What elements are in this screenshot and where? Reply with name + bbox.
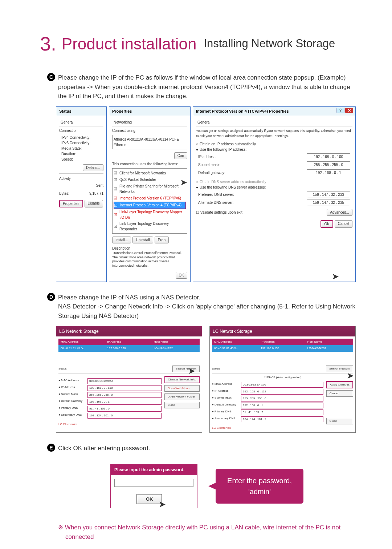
nas2-row[interactable]: 00:e0:91:81:45:5c192.168.0.138LG-NAS-N2S… xyxy=(212,345,353,352)
cursor-icon: ➤ xyxy=(180,176,187,189)
nas2-close-button[interactable]: Close xyxy=(326,418,353,424)
speed-label: Speed: xyxy=(61,157,103,162)
close-icon[interactable]: ✕ xyxy=(345,108,353,113)
ipv4-title: Internet Protocol Version 4 (TCP/IPv4) P… xyxy=(193,107,355,116)
item-qos[interactable]: QoS Packet Scheduler xyxy=(114,177,186,183)
properties-button[interactable]: Properties xyxy=(59,200,83,207)
ipv4-cancel-button[interactable]: Cancel xyxy=(335,220,352,228)
bytes-label: Bytes: xyxy=(59,191,69,196)
nas-windows-row: LG Network Storage MAC AddressIP Address… xyxy=(56,326,356,433)
nas2-title: LG Network Storage xyxy=(210,326,355,336)
nas1-footer: LG Electronics xyxy=(58,422,200,427)
item-client[interactable]: Client for Microsoft Networks xyxy=(114,170,186,177)
windows-row: Status General Connection IPv4 Connectiv… xyxy=(56,106,356,282)
password-dialog-row: Please input the admin password. OK ➤ En… xyxy=(58,464,356,509)
configure-button[interactable]: Con xyxy=(174,152,187,159)
ip-label: IP address: xyxy=(198,154,216,160)
nas2-apply-button[interactable]: Apply Changes xyxy=(326,381,353,388)
step-d-text-2: NAS Detector -> Change Network Info -> C… xyxy=(58,302,356,320)
advanced-button[interactable]: Advanced... xyxy=(327,209,352,216)
tab-general-ipv4[interactable]: General xyxy=(196,118,352,126)
step-marker: C xyxy=(47,73,55,81)
nas1-row[interactable]: 00:e0:91:81:45:5c192.168.0.138LG-NAS-N2S… xyxy=(58,345,200,352)
description-label: Description xyxy=(112,246,187,251)
dns1-value[interactable]: 156 . 147 . 32 . 233 xyxy=(307,191,350,198)
ip-value[interactable]: 192 . 168 . 0 . 100 xyxy=(307,153,350,160)
item-properties-button[interactable]: Prop xyxy=(155,237,169,243)
media-label: Media State: xyxy=(61,146,103,151)
details-button[interactable]: Details... xyxy=(83,164,103,171)
network-items-listbox[interactable]: Client for Microsoft Networks QoS Packet… xyxy=(112,168,187,234)
gateway-label: Default gateway: xyxy=(198,170,225,175)
item-ipv4[interactable]: Internet Protocol Version 4 (TCP/IPv4) xyxy=(114,202,186,209)
nas1-openweb-button[interactable]: Open Web Menu xyxy=(164,385,200,392)
validate-checkbox[interactable]: ☐ Validate settings upon exit xyxy=(196,210,242,215)
chapter-header: 3. Product installation Installing Netwo… xyxy=(36,29,356,58)
nas1-openfolder-button[interactable]: Open Network Folder xyxy=(164,393,200,400)
subnet-value[interactable]: 255 . 255 . 255 . 0 xyxy=(307,161,350,168)
item-lltd1[interactable]: Link-Layer Topology Discovery Mapper I/O… xyxy=(114,209,186,221)
duration-label: Duration: xyxy=(61,151,103,157)
item-fileprint[interactable]: File and Printer Sharing for Microsoft N… xyxy=(114,183,186,195)
tab-general[interactable]: General xyxy=(59,118,103,126)
cursor-icon: ➤ xyxy=(332,270,339,283)
nas1-close-button[interactable]: Close xyxy=(164,402,200,408)
nas2-headers: MAC AddressIP AddressHost Name xyxy=(212,339,353,345)
sent-label: Sent xyxy=(59,181,103,190)
dns1-label: Preferred DNS server: xyxy=(198,192,234,197)
item-lltd2[interactable]: Link-Layer Topology Discovery Responder xyxy=(114,221,186,232)
ipv4-window: Internet Protocol Version 4 (TCP/IPv4) P… xyxy=(193,106,356,282)
install-button[interactable]: Install... xyxy=(112,237,131,243)
connect-using-label: Connect using: xyxy=(112,128,187,133)
tab-networking[interactable]: Networking xyxy=(112,118,187,126)
nas1-headers: MAC AddressIP AddressHost Name xyxy=(58,339,200,345)
password-input[interactable] xyxy=(114,479,193,487)
nas2-cancel-button[interactable]: Cancel xyxy=(326,390,353,397)
radio-manual-dns[interactable]: Use the following DNS server addresses: xyxy=(196,185,352,190)
status-window: Status General Connection IPv4 Connectiv… xyxy=(56,106,107,282)
dns2-value[interactable]: 156 . 147 . 32 . 235 xyxy=(307,199,350,206)
chapter-subtitle: Installing Network Storage xyxy=(204,37,335,50)
ipv4-label: IPv4 Connectivity: xyxy=(61,135,103,140)
cursor-icon: ➤ xyxy=(159,499,166,509)
items-label: This connection uses the following items… xyxy=(112,161,187,167)
password-callout: Enter the password, 'admin' xyxy=(216,469,303,504)
step-c-text-1: Please change the IP of the PC as follow… xyxy=(58,73,356,82)
chapter-number: 3. xyxy=(40,33,56,55)
ipv4-info: You can get IP settings assigned automat… xyxy=(196,129,352,138)
radio-auto-ip[interactable]: Obtain an IP address automatically xyxy=(196,141,352,147)
radio-auto-dns[interactable]: Obtain DNS server address automatically xyxy=(196,179,352,185)
ok-button[interactable]: OK xyxy=(176,272,187,279)
nas-window-2: LG Network Storage MAC AddressIP Address… xyxy=(209,326,356,433)
step-marker: D xyxy=(47,293,55,301)
adapter-name: Atheros AR8121/AR8113/AR8114 PCI-E Ether… xyxy=(114,136,186,148)
ipv4-ok-button[interactable]: OK xyxy=(320,220,333,228)
activity-label: Activity xyxy=(59,176,103,181)
connection-label: Connection xyxy=(59,128,103,133)
step-c: C Please change the IP of the PC as foll… xyxy=(58,73,356,101)
nas2-footer: LG Electronics xyxy=(212,426,353,430)
nas1-title: LG Network Storage xyxy=(56,326,202,336)
cursor-icon: ➤ xyxy=(188,364,195,378)
chapter-title: Product installation xyxy=(62,35,197,53)
password-header: Please input the admin password. xyxy=(111,464,197,475)
properties-title: Properties xyxy=(109,107,190,116)
nas-window-1: LG Network Storage MAC AddressIP Address… xyxy=(56,326,202,433)
radio-manual-ip[interactable]: Use the following IP address: xyxy=(196,147,352,152)
step-c-text-2: properties -> When you double-click inte… xyxy=(58,82,356,101)
status-title: Status xyxy=(56,107,106,116)
nas1-status-label: Status xyxy=(58,367,67,371)
subnet-label: Subnet mask: xyxy=(198,162,220,167)
gateway-value[interactable]: 192 . 168 . 0 . 1 xyxy=(307,169,350,176)
password-dialog: Please input the admin password. OK ➤ xyxy=(110,464,197,509)
nas1-search-button[interactable]: Search Network xyxy=(172,366,200,372)
uninstall-button[interactable]: Uninstall xyxy=(132,237,153,243)
item-ipv6[interactable]: Internet Protocol Version 6 (TCP/IPv6) xyxy=(114,195,186,202)
disable-button[interactable]: Disable xyxy=(85,200,103,207)
step-marker: E xyxy=(47,444,55,452)
step-d: D Please change the IP of NAS using a NA… xyxy=(58,293,356,321)
dhcp-checkbox[interactable]: ☐ DHCP (Auto configuration) xyxy=(264,376,302,379)
step-e-text: Click OK after entering password. xyxy=(58,444,356,453)
cursor-icon: ➤ xyxy=(347,369,354,382)
help-icon[interactable]: ? xyxy=(336,108,344,113)
